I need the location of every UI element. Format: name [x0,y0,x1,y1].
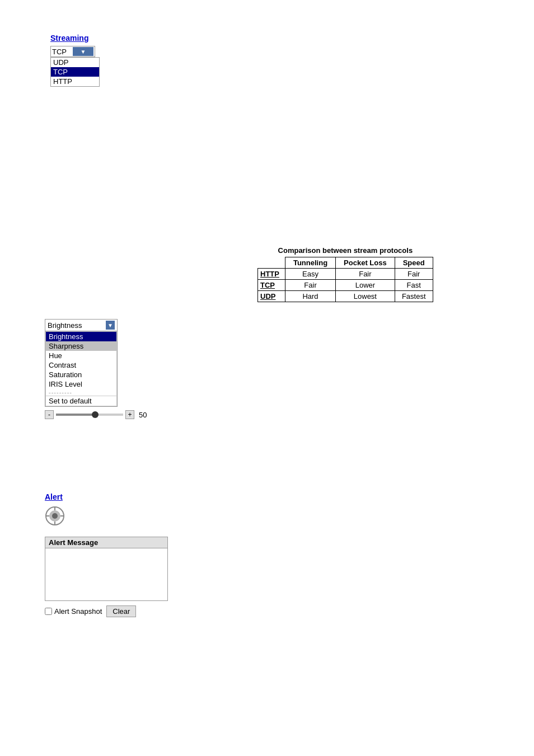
comparison-row-http-speed: Fair [395,269,433,280]
brightness-item-set-default[interactable]: Set to default [46,396,116,406]
comparison-title: Comparison between stream protocols [257,246,433,255]
slider-plus-button[interactable]: + [125,410,134,419]
brightness-arrow-icon[interactable]: ▼ [106,321,115,330]
brightness-label: Brightness [48,321,82,330]
comparison-row-http-pocket-loss: Fair [336,269,395,280]
comparison-section: Comparison between stream protocols Tunn… [257,246,433,302]
alert-snapshot-checkbox[interactable] [45,608,52,615]
comparison-table: Tunneling Pocket Loss Speed HTTP Easy Fa… [257,257,433,302]
comparison-row-udp-pocket-loss: Lowest [336,291,395,302]
comparison-row-tcp-pocket-loss: Lower [336,280,395,291]
comparison-row-http-label: HTTP [258,269,285,280]
table-row: TCP Fair Lower Fast [258,280,433,291]
streaming-section: Streaming TCP ▼ UDP TCP HTTP [50,34,95,57]
slider-container: - + 50 [45,410,147,419]
brightness-dropdown-box: Brightness ▼ Brightness Sharpness Hue Co… [45,319,118,407]
brightness-list: Brightness Sharpness Hue Contrast Satura… [45,331,117,406]
comparison-row-http-tunneling: Easy [285,269,335,280]
streaming-dropdown-container[interactable]: TCP ▼ UDP TCP HTTP [50,46,95,57]
brightness-header[interactable]: Brightness ▼ [45,320,117,331]
streaming-dropdown-open: UDP TCP HTTP [50,57,100,87]
brightness-item-sharpness[interactable]: Sharpness [46,341,116,351]
table-row: UDP Hard Lowest Fastest [258,291,433,302]
streaming-dropdown-arrow-icon[interactable]: ▼ [73,47,93,56]
alert-section: Alert Alert Message Alert Snapshot Clear [45,492,168,617]
table-row: HTTP Easy Fair Fair [258,269,433,280]
comparison-header-tunneling: Tunneling [285,257,335,269]
alert-message-wrapper: Alert Message [45,537,168,601]
alert-snapshot-checkbox-label[interactable]: Alert Snapshot [45,607,102,616]
streaming-dropdown-select[interactable]: TCP ▼ [50,46,95,57]
brightness-item-contrast[interactable]: Contrast [46,360,116,370]
brightness-item-saturation[interactable]: Saturation [46,370,116,379]
streaming-option-tcp[interactable]: TCP [51,67,99,77]
slider-thumb[interactable] [92,411,99,418]
alert-snapshot-row: Alert Snapshot Clear [45,605,168,617]
alert-message-label: Alert Message [45,537,167,548]
brightness-item-brightness[interactable]: Brightness [46,332,116,341]
comparison-row-tcp-speed: Fast [395,280,433,291]
brightness-item-hue[interactable]: Hue [46,351,116,360]
streaming-option-udp[interactable]: UDP [51,58,99,67]
alert-message-textarea[interactable] [45,548,167,599]
comparison-header-empty [258,257,285,269]
slider-minus-button[interactable]: - [45,410,54,419]
slider-fill [56,414,96,416]
alert-snapshot-label: Alert Snapshot [54,607,102,616]
alert-title: Alert [45,492,168,501]
comparison-row-udp-label: UDP [258,291,285,302]
comparison-row-tcp-tunneling: Fair [285,280,335,291]
clear-button[interactable]: Clear [106,605,136,617]
streaming-selected-value: TCP [52,48,73,56]
slider-track[interactable] [56,414,123,416]
brightness-section: Brightness ▼ Brightness Sharpness Hue Co… [45,319,147,419]
alert-icon [45,506,65,526]
brightness-item-iris-level[interactable]: IRIS Level [46,379,116,389]
comparison-row-tcp-label: TCP [258,280,285,291]
streaming-option-http[interactable]: HTTP [51,77,99,86]
comparison-header-pocket-loss: Pocket Loss [336,257,395,269]
comparison-header-speed: Speed [395,257,433,269]
svg-point-2 [52,513,58,519]
slider-value: 50 [139,411,147,419]
comparison-row-udp-speed: Fastest [395,291,433,302]
brightness-item-separator: --------- [46,389,116,396]
streaming-title: Streaming [50,34,95,43]
comparison-row-udp-tunneling: Hard [285,291,335,302]
